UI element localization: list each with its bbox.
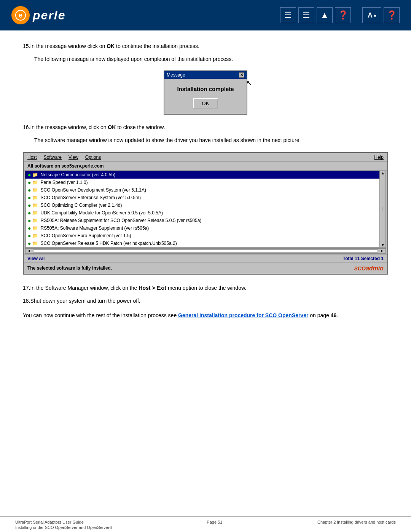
footer-left: UltraPort Serial Adaptors User Guide Ins…	[15, 520, 112, 530]
step-16-text2: to close the window.	[116, 124, 165, 130]
sw-list-item[interactable]: ● 📁 Netscape Communicator (ver 4.0.5b)	[25, 171, 379, 179]
scroll-up-icon: ▲	[381, 171, 385, 175]
sw-total-selected: Total 11 Selected 1	[343, 256, 384, 261]
step-15-bold: OK	[107, 43, 115, 49]
step-16: 16.In the message window, click on OK to…	[23, 123, 388, 131]
svg-text:e: e	[19, 11, 22, 19]
step-17-text2: menu option to close the window.	[166, 285, 246, 291]
item-label: UDK Compatibility Module for OpenServer …	[40, 210, 162, 216]
item-label: Perle Speed (ver 1.1.0)	[40, 180, 88, 185]
icon-list1: ☰	[280, 7, 296, 23]
continue-link[interactable]: General installation procedure for SCO O…	[178, 312, 308, 318]
item-status-icon: ●	[28, 210, 31, 216]
sw-list-item[interactable]: ● 📁 Perle Speed (ver 1.1.0)	[25, 179, 379, 186]
sw-list-item[interactable]: ● 📁 RS505A: Release Supplement for SCO O…	[25, 217, 379, 224]
continue-dot: .	[336, 312, 338, 318]
message-dialog: Message ✕ Installation complete OK	[164, 70, 247, 115]
item-folder-icon: 📁	[32, 241, 38, 246]
dialog-ok-button[interactable]: OK	[193, 98, 218, 109]
icon-arrow-up: ▲	[317, 7, 333, 23]
sw-list-item[interactable]: ● 📁 SCO OpenServer Euro Supplement (ver …	[25, 232, 379, 240]
step-15-sub: The following message is now displayed u…	[34, 55, 388, 63]
icon-a-help: A ■	[362, 7, 381, 23]
sw-manager-title: All software on sco5serv.perle.com	[24, 162, 387, 171]
step-16-sub: The software manager window is now updat…	[34, 136, 388, 144]
item-label: Netscape Communicator (ver 4.0.5b)	[40, 172, 115, 177]
item-folder-icon: 📁	[32, 180, 38, 185]
step-17-text: 17.In the Software Manager window, click…	[23, 285, 139, 291]
sw-status-text: The selected software is fully installed…	[27, 265, 112, 271]
item-status-icon: ●	[28, 240, 31, 246]
item-label: SCO OpenServer Release 5 HDK Patch (ver …	[40, 241, 177, 246]
sw-footer-bar: View All Total 11 Selected 1	[24, 254, 387, 262]
menu-options[interactable]: Options	[85, 155, 101, 160]
sw-list-item[interactable]: ● 📁 SCO Optimizing C Compiler (ver 2.1.4…	[25, 201, 379, 209]
logo-text: perle	[33, 8, 65, 22]
menu-software[interactable]: Software	[44, 155, 62, 160]
footer-right: Chapter 2 Installing drivers and host ca…	[317, 520, 396, 530]
logo-icon: e	[11, 6, 30, 24]
sw-scrollbar[interactable]: ▲ │ ▼	[380, 171, 386, 248]
step-15-text2: to continue the installation process.	[115, 43, 199, 49]
dialog-message: Installation complete	[168, 86, 243, 92]
item-status-icon: ●	[28, 187, 31, 193]
sw-list-item[interactable]: ● 📁 UDK Compatibility Module for OpenSer…	[25, 209, 379, 217]
item-folder-icon: 📁	[32, 195, 38, 200]
logo-area: e perle	[11, 6, 65, 24]
item-folder-icon: 📁	[32, 187, 38, 193]
item-folder-icon: 📁	[32, 172, 38, 177]
item-label: SCO OpenServer Euro Supplement (ver 1.5)	[40, 233, 131, 238]
menu-host[interactable]: Host	[27, 155, 37, 160]
icon-help2: ❓	[384, 7, 400, 23]
sw-list-item[interactable]: ● 📁 RS505A: Software Manager Supplement …	[25, 224, 379, 232]
item-status-icon: ●	[28, 233, 31, 239]
item-folder-icon: 📁	[32, 233, 38, 238]
continue-pre: You can now continue with the rest of th…	[23, 312, 178, 318]
icon-help1: ❓	[335, 7, 351, 23]
sw-view-all[interactable]: View All	[27, 256, 45, 261]
sw-list-wrapper: ● 📁 Netscape Communicator (ver 4.0.5b) ●…	[25, 171, 386, 248]
step-16-bold: OK	[108, 124, 116, 130]
item-folder-icon: 📁	[32, 210, 38, 216]
footer-left-line2: Installing under SCO OpenServer and Open…	[15, 525, 112, 530]
item-label: SCO OpenServer Enterprise System (ver 5.…	[40, 195, 140, 200]
sw-manager-screenshot: Host Software View Options Help All soft…	[23, 152, 388, 275]
dialog-close-icon: ✕	[239, 72, 244, 78]
continue-page: 46	[331, 312, 337, 318]
header: e perle ☰ ☰ ▲ ❓ A ■ ❓	[0, 0, 411, 30]
sw-list-item[interactable]: ● 📁 SCO OpenServer Enterprise System (ve…	[25, 194, 379, 201]
dialog-screenshot: Message ✕ Installation complete OK ↖	[23, 70, 388, 115]
icon-list2: ☰	[298, 7, 314, 23]
item-label: RS505A: Release Supplement for SCO OpenS…	[40, 218, 201, 223]
hscroll-right: ►	[379, 249, 386, 253]
footer-center: Page 51	[207, 520, 222, 530]
step-17: 17.In the Software Manager window, click…	[23, 284, 388, 292]
sw-menu-bar: Host Software View Options Help	[24, 153, 387, 162]
main-content: 15.In the message window click on OK to …	[0, 30, 411, 336]
item-folder-icon: 📁	[32, 218, 38, 223]
item-status-icon: ●	[28, 217, 31, 224]
item-status-icon: ●	[28, 179, 31, 185]
menu-help[interactable]: Help	[374, 155, 384, 160]
header-icons: ☰ ☰ ▲ ❓ A ■ ❓	[280, 7, 400, 23]
dialog-titlebar: Message ✕	[164, 71, 247, 79]
scroll-down-icon: ▼	[381, 243, 385, 247]
item-folder-icon: 📁	[32, 225, 38, 231]
step-15: 15.In the message window click on OK to …	[23, 42, 388, 50]
dialog-title: Message	[167, 72, 185, 78]
step-16-text: 16.In the message window, click on	[23, 124, 108, 130]
item-label: SCO OpenServer Development System (ver 5…	[40, 187, 146, 193]
sw-list-item[interactable]: ● 📁 SCO OpenServer Release 5 HDK Patch (…	[25, 240, 379, 247]
sw-status-bar: The selected software is fully installed…	[24, 262, 387, 274]
footer-left-line1: UltraPort Serial Adaptors User Guide	[15, 520, 112, 524]
sw-list-item[interactable]: ● 📁 SCO OpenServer Development System (v…	[25, 186, 379, 194]
item-label: RS505A: Software Manager Supplement (ver…	[40, 225, 149, 231]
item-status-icon: ●	[28, 202, 31, 208]
step-18: 18.Shut down your system and turn the po…	[23, 297, 388, 305]
sw-hscroll[interactable]: ◄ ►	[25, 248, 386, 254]
menu-view[interactable]: View	[68, 155, 78, 160]
sw-list: ● 📁 Netscape Communicator (ver 4.0.5b) ●…	[25, 171, 380, 248]
continue-paragraph: You can now continue with the rest of th…	[23, 311, 388, 320]
item-status-icon: ●	[28, 195, 31, 201]
dialog-body: Installation complete OK	[164, 79, 247, 114]
